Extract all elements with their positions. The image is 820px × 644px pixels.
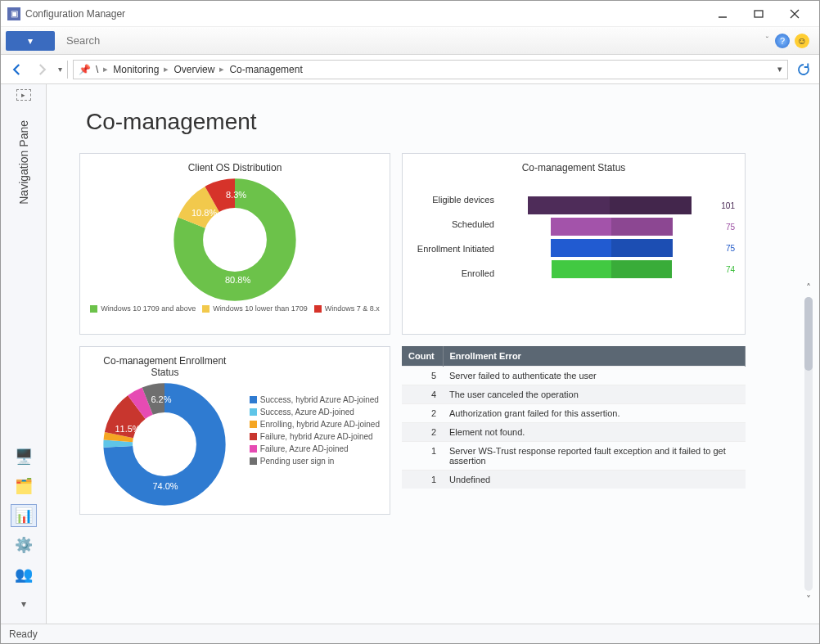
funnel-chart-status[interactable]: Eligible devices Scheduled Enrollment In…	[412, 195, 735, 286]
legend-item[interactable]: Windows 7 & 8.x	[314, 304, 380, 313]
cell-count: 1	[402, 442, 443, 471]
legend-item[interactable]: Success, hybrid Azure AD-joined	[250, 395, 380, 404]
donut-chart-enrollment[interactable]: 74.0% 11.5% 6.2%	[103, 383, 226, 506]
navigation-toolbar: ▾ 📌 \ ▸ Monitoring ▸ Overview ▸ Co-manag…	[1, 55, 819, 84]
chevron-right-icon: ▸	[103, 64, 108, 74]
swatch-icon	[250, 421, 257, 428]
card-title: Co-management Status	[412, 162, 735, 173]
scroll-down-icon[interactable]: ˅	[802, 592, 815, 607]
sidebar-item-assets[interactable]: 🖥️	[11, 445, 37, 468]
table-row[interactable]: 1Server WS-Trust response reported fault…	[402, 442, 746, 471]
legend-item[interactable]: Windows 10 1709 and above	[90, 304, 196, 313]
funnel-bar[interactable]	[551, 218, 673, 236]
donut-chart-os[interactable]: 80.8% 10.8% 8.3%	[173, 178, 296, 301]
history-dropdown-icon[interactable]: ▾	[58, 65, 62, 74]
swatch-icon	[250, 433, 257, 440]
slice-label: 80.8%	[225, 275, 250, 285]
cell-error: Undefined	[443, 471, 746, 489]
monitor-icon: 🖥️	[15, 448, 33, 466]
funnel-bar[interactable]	[552, 260, 672, 278]
scroll-up-icon[interactable]: ˄	[802, 281, 815, 295]
table-row[interactable]: 5Server failed to authenticate the user	[402, 367, 746, 385]
navigation-pane-label: Navigation Pane	[17, 120, 30, 205]
table-row[interactable]: 2Authorization grant failed for this ass…	[402, 404, 746, 423]
scroll-thumb[interactable]	[804, 297, 813, 371]
legend-item[interactable]: Windows 10 lower than 1709	[202, 304, 308, 313]
breadcrumb-item[interactable]: Monitoring	[113, 64, 159, 75]
cell-error: Server failed to authenticate the user	[443, 367, 746, 385]
breadcrumb-dropdown-icon[interactable]: ▾	[777, 64, 782, 74]
swatch-icon	[250, 457, 257, 465]
swatch-icon	[314, 305, 322, 313]
funnel-value: 75	[726, 223, 735, 232]
cell-count: 5	[402, 367, 443, 385]
cell-error: Element not found.	[443, 423, 746, 442]
card-enrollment-errors: Count Enrollment Error 5Server failed to…	[402, 346, 746, 515]
cell-error: The user canceled the operation	[443, 385, 746, 404]
chevron-right-icon: ▸	[219, 64, 224, 74]
chart-icon: 📊	[15, 507, 33, 525]
swatch-icon	[250, 408, 257, 416]
legend-item[interactable]: Failure, Azure AD-joined	[250, 444, 380, 453]
slice-label: 6.2%	[151, 394, 171, 404]
window-title: Configuration Manager	[25, 8, 705, 20]
refresh-button[interactable]	[793, 60, 814, 79]
content-area: Co-management Client OS Distribution 80.…	[47, 84, 819, 624]
sidebar-expand-button[interactable]: ▾	[11, 592, 37, 615]
app-menu-dropdown[interactable]: ▾	[6, 31, 55, 51]
breadcrumb-item[interactable]: Co-management	[229, 64, 302, 75]
funnel-value: 74	[726, 265, 735, 274]
swatch-icon	[250, 396, 257, 403]
forward-button[interactable]	[30, 59, 53, 80]
close-button[interactable]	[777, 2, 813, 25]
legend-item[interactable]: Pending user sign in	[250, 457, 380, 466]
legend-item[interactable]: Success, Azure AD-joined	[250, 408, 380, 417]
card-client-os-distribution: Client OS Distribution 80.8% 10.8% 8.3%	[79, 153, 390, 335]
status-bar: Ready	[1, 624, 819, 643]
cell-count: 1	[402, 471, 443, 489]
slice-label: 10.8%	[191, 208, 217, 218]
minimize-button[interactable]	[705, 2, 741, 25]
chevron-right-icon: ▸	[164, 64, 169, 74]
card-co-management-status: Co-management Status Eligible devices Sc…	[402, 153, 746, 335]
sidebar-item-admin[interactable]: ⚙️	[11, 534, 37, 556]
feedback-smiley-icon[interactable]: ☺	[795, 34, 809, 48]
slice-label: 8.3%	[226, 190, 246, 200]
sidebar-item-monitoring[interactable]: 📊	[11, 504, 37, 527]
slice-label: 11.5%	[115, 424, 140, 434]
funnel-label: Enrollment Initiated	[412, 244, 494, 262]
help-icon[interactable]: ?	[775, 34, 790, 48]
cell-count: 4	[402, 385, 443, 404]
table-row[interactable]: 4The user canceled the operation	[402, 385, 746, 404]
search-dropdown-icon[interactable]: ˇ	[766, 36, 768, 45]
legend-item[interactable]: Enrolling, hybrid Azure AD-joined	[250, 420, 380, 429]
sidebar-item-library[interactable]: 🗂️	[11, 475, 37, 498]
funnel-bar[interactable]	[528, 196, 692, 214]
column-header-error[interactable]: Enrollment Error	[443, 346, 746, 367]
cell-count: 2	[402, 423, 443, 442]
menu-bar: ▾ ˇ ? ☺	[1, 27, 819, 55]
breadcrumb-item[interactable]: Overview	[173, 64, 214, 75]
legend-item[interactable]: Failure, hybrid Azure AD-joined	[250, 432, 380, 441]
cell-error: Authorization grant failed for this asse…	[443, 404, 746, 423]
breadcrumb[interactable]: 📌 \ ▸ Monitoring ▸ Overview ▸ Co-managem…	[73, 60, 788, 79]
pin-icon[interactable]: 📌	[79, 64, 91, 75]
sidebar: ▸ Navigation Pane 🖥️ 🗂️ 📊 ⚙️ 👥 ▾	[1, 84, 47, 624]
vertical-scrollbar[interactable]: ˄ ˅	[801, 281, 816, 607]
funnel-bar[interactable]	[551, 239, 673, 257]
funnel-value: 101	[721, 201, 735, 210]
maximize-button[interactable]	[741, 2, 777, 25]
funnel-value: 75	[726, 244, 735, 253]
back-button[interactable]	[6, 59, 29, 80]
column-header-count[interactable]: Count	[402, 346, 443, 367]
library-icon: 🗂️	[15, 477, 33, 495]
table-row[interactable]: 2Element not found.	[402, 423, 746, 442]
people-icon: 👥	[15, 565, 33, 583]
search-input[interactable]	[63, 32, 763, 50]
sidebar-item-community[interactable]: 👥	[11, 563, 37, 586]
swatch-icon	[90, 305, 97, 313]
scroll-track[interactable]	[804, 297, 813, 591]
table-row[interactable]: 1Undefined	[402, 471, 746, 489]
chevron-down-icon: ▾	[28, 35, 33, 47]
expand-sidebar-button[interactable]: ▸	[16, 89, 31, 101]
